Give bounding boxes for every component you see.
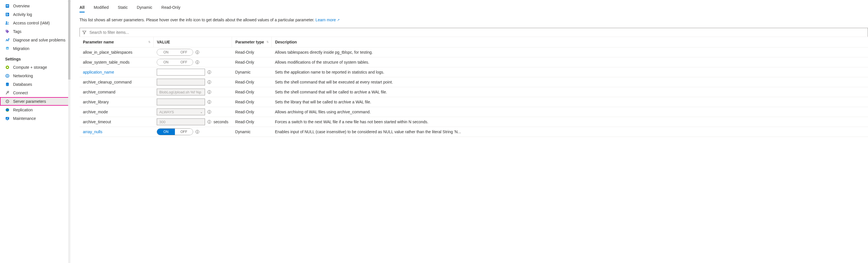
chevron-down-icon: ⌄ xyxy=(200,111,203,114)
sidebar-item-compute-storage[interactable]: Compute + storage xyxy=(0,63,70,71)
nav-label: Overview xyxy=(13,4,30,8)
svg-rect-44 xyxy=(209,122,209,123)
tab-read-only[interactable]: Read-Only xyxy=(161,3,180,12)
sidebar-item-migration[interactable]: Migration xyxy=(0,44,70,53)
unit-label: seconds xyxy=(214,120,228,124)
sidebar-item-replication[interactable]: Replication xyxy=(0,106,70,114)
nav-label: Networking xyxy=(13,74,33,78)
header-description[interactable]: Description xyxy=(272,37,868,48)
compute-storage-icon xyxy=(5,65,10,69)
svg-rect-26 xyxy=(197,62,197,63)
header-parameter-name[interactable]: Parameter name ↑↓ xyxy=(80,37,153,48)
toggle-on-label: ON xyxy=(157,59,175,65)
svg-point-46 xyxy=(197,130,197,131)
info-icon[interactable] xyxy=(195,60,199,64)
info-icon[interactable] xyxy=(207,110,211,114)
info-icon[interactable] xyxy=(207,100,211,104)
parameter-description: Sets the library that will be called to … xyxy=(272,97,868,107)
svg-rect-4 xyxy=(6,13,8,14)
svg-rect-47 xyxy=(197,132,197,133)
parameter-type: Read-Only xyxy=(232,48,272,57)
toggle-switch[interactable]: ONOFF xyxy=(157,128,193,135)
sort-icon[interactable]: ↑↓ xyxy=(148,40,150,44)
table-row: allow_in_place_tablespacesONOFFRead-Only… xyxy=(80,48,868,57)
parameter-name-link[interactable]: array_nulls xyxy=(83,129,102,134)
table-row: archive_timeoutsecondsRead-OnlyForces a … xyxy=(80,117,868,127)
sidebar-item-tags[interactable]: Tags xyxy=(0,27,70,36)
parameter-description: Allows tablespaces directly inside pg_tb… xyxy=(272,48,868,57)
toggle-off-label: OFF xyxy=(175,49,193,55)
value-wrapper: seconds xyxy=(157,118,228,125)
migration-icon xyxy=(5,46,10,51)
parameter-description: Sets the application name to be reported… xyxy=(272,67,868,77)
info-icon[interactable] xyxy=(195,50,199,54)
svg-point-8 xyxy=(8,22,9,23)
svg-rect-2 xyxy=(6,6,8,6)
parameter-name: allow_system_table_mods xyxy=(83,60,129,64)
sort-icon[interactable]: ↑↓ xyxy=(266,40,268,44)
table-row: archive_libraryRead-OnlySets the library… xyxy=(80,97,868,107)
svg-point-34 xyxy=(209,91,210,91)
sidebar-item-databases[interactable]: Databases xyxy=(0,80,70,89)
learn-more-link[interactable]: Learn more ↗ xyxy=(315,18,339,22)
sidebar-item-overview[interactable]: Overview xyxy=(0,2,70,10)
parameter-type: Read-Only xyxy=(232,87,272,97)
info-icon[interactable] xyxy=(207,90,211,94)
parameter-name: archive_timeout xyxy=(83,120,111,124)
sidebar-item-networking[interactable]: Networking xyxy=(0,71,70,80)
nav-label: Maintenance xyxy=(13,116,36,121)
sidebar-item-connect[interactable]: Connect xyxy=(0,89,70,97)
svg-point-25 xyxy=(197,61,197,62)
sidebar-item-access-control[interactable]: Access control (IAM) xyxy=(0,19,70,27)
sidebar-item-maintenance[interactable]: Maintenance xyxy=(0,114,70,123)
parameter-type: Read-Only xyxy=(232,117,272,127)
parameter-description: Sets the shell command that will be call… xyxy=(272,87,868,97)
value-wrapper: ONOFF xyxy=(157,128,228,135)
table-row: array_nullsONOFFDynamicEnables input of … xyxy=(80,127,868,137)
toggle-switch: ONOFF xyxy=(157,59,193,66)
svg-rect-35 xyxy=(209,92,209,93)
info-icon[interactable] xyxy=(207,80,211,84)
nav-label: Migration xyxy=(13,46,30,51)
search-input[interactable] xyxy=(80,28,868,37)
parameter-name: archive_cleanup_command xyxy=(83,80,131,84)
parameter-name: archive_library xyxy=(83,100,109,104)
value-wrapper xyxy=(157,89,228,95)
svg-rect-1 xyxy=(6,5,8,6)
sidebar-item-server-parameters[interactable]: Server parameters xyxy=(0,97,70,106)
table-row: application_nameDynamicSets the applicat… xyxy=(80,67,868,77)
parameter-name-link[interactable]: application_name xyxy=(83,70,114,75)
svg-rect-32 xyxy=(209,82,209,83)
server-parameters-icon xyxy=(5,99,10,104)
sidebar-item-activity-log[interactable]: Activity log xyxy=(0,10,70,19)
sidebar-scrollbar[interactable] xyxy=(68,0,70,263)
info-icon[interactable] xyxy=(207,120,211,124)
header-value[interactable]: VALUE xyxy=(153,37,232,48)
select-value: ALWAYS xyxy=(159,110,174,114)
nav-label: Tags xyxy=(13,29,22,34)
svg-rect-20 xyxy=(7,120,8,120)
description-text: This list shows all server parameters. P… xyxy=(80,18,868,22)
header-parameter-type[interactable]: Parameter type ↑↓ xyxy=(232,37,272,48)
scrollbar-thumb[interactable] xyxy=(68,0,70,80)
parameter-value-input xyxy=(157,89,205,95)
tab-dynamic[interactable]: Dynamic xyxy=(137,3,152,12)
svg-point-7 xyxy=(6,22,7,23)
filter-icon xyxy=(82,30,86,34)
maintenance-icon xyxy=(5,116,10,121)
info-icon[interactable] xyxy=(207,70,211,74)
parameter-value-input[interactable] xyxy=(157,69,205,76)
main-content: All Modified Static Dynamic Read-Only Th… xyxy=(70,0,868,263)
info-icon[interactable] xyxy=(195,130,199,134)
parameter-value-input xyxy=(157,79,205,86)
tab-static[interactable]: Static xyxy=(118,3,128,12)
nav-label: Compute + storage xyxy=(13,65,47,69)
svg-point-22 xyxy=(197,51,197,52)
sidebar-item-diagnose[interactable]: Diagnose and solve problems xyxy=(0,36,70,44)
tab-all[interactable]: All xyxy=(80,3,85,12)
tab-modified[interactable]: Modified xyxy=(94,3,109,12)
toggle-on-label: ON xyxy=(157,129,175,135)
value-wrapper: ALWAYS⌄ xyxy=(157,109,228,115)
toggle-on-label: ON xyxy=(157,49,175,55)
svg-point-9 xyxy=(6,30,7,31)
